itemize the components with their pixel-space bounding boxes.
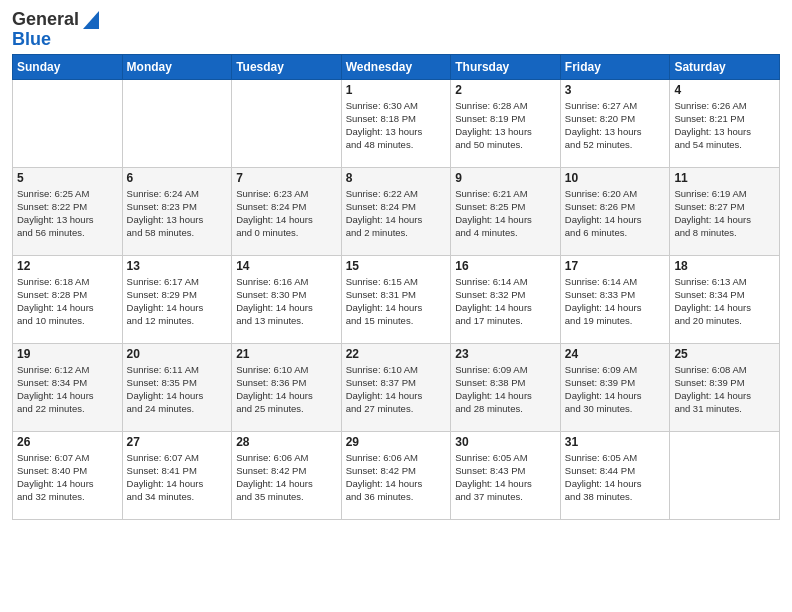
calendar-cell: 16Sunrise: 6:14 AM Sunset: 8:32 PM Dayli… <box>451 255 561 343</box>
header: General Blue <box>12 10 780 50</box>
day-number: 11 <box>674 171 775 185</box>
week-row-1: 1Sunrise: 6:30 AM Sunset: 8:18 PM Daylig… <box>13 79 780 167</box>
calendar-cell: 26Sunrise: 6:07 AM Sunset: 8:40 PM Dayli… <box>13 431 123 519</box>
day-header-thursday: Thursday <box>451 54 561 79</box>
logo-text-blue: Blue <box>12 29 51 49</box>
calendar-cell: 1Sunrise: 6:30 AM Sunset: 8:18 PM Daylig… <box>341 79 451 167</box>
day-info: Sunrise: 6:25 AM Sunset: 8:22 PM Dayligh… <box>17 187 118 240</box>
calendar-cell: 4Sunrise: 6:26 AM Sunset: 8:21 PM Daylig… <box>670 79 780 167</box>
day-info: Sunrise: 6:07 AM Sunset: 8:41 PM Dayligh… <box>127 451 228 504</box>
calendar-cell <box>670 431 780 519</box>
day-info: Sunrise: 6:13 AM Sunset: 8:34 PM Dayligh… <box>674 275 775 328</box>
day-number: 3 <box>565 83 666 97</box>
day-number: 2 <box>455 83 556 97</box>
day-number: 19 <box>17 347 118 361</box>
day-info: Sunrise: 6:11 AM Sunset: 8:35 PM Dayligh… <box>127 363 228 416</box>
day-info: Sunrise: 6:26 AM Sunset: 8:21 PM Dayligh… <box>674 99 775 152</box>
day-number: 26 <box>17 435 118 449</box>
day-number: 24 <box>565 347 666 361</box>
day-number: 25 <box>674 347 775 361</box>
calendar-cell: 20Sunrise: 6:11 AM Sunset: 8:35 PM Dayli… <box>122 343 232 431</box>
day-header-wednesday: Wednesday <box>341 54 451 79</box>
day-info: Sunrise: 6:06 AM Sunset: 8:42 PM Dayligh… <box>236 451 337 504</box>
day-info: Sunrise: 6:22 AM Sunset: 8:24 PM Dayligh… <box>346 187 447 240</box>
calendar-cell: 7Sunrise: 6:23 AM Sunset: 8:24 PM Daylig… <box>232 167 342 255</box>
day-number: 23 <box>455 347 556 361</box>
day-header-saturday: Saturday <box>670 54 780 79</box>
week-row-2: 5Sunrise: 6:25 AM Sunset: 8:22 PM Daylig… <box>13 167 780 255</box>
day-number: 7 <box>236 171 337 185</box>
day-info: Sunrise: 6:17 AM Sunset: 8:29 PM Dayligh… <box>127 275 228 328</box>
days-header-row: SundayMondayTuesdayWednesdayThursdayFrid… <box>13 54 780 79</box>
day-number: 4 <box>674 83 775 97</box>
day-number: 22 <box>346 347 447 361</box>
day-number: 17 <box>565 259 666 273</box>
day-info: Sunrise: 6:30 AM Sunset: 8:18 PM Dayligh… <box>346 99 447 152</box>
day-number: 29 <box>346 435 447 449</box>
day-number: 20 <box>127 347 228 361</box>
logo-text-general: General <box>12 10 79 30</box>
day-info: Sunrise: 6:18 AM Sunset: 8:28 PM Dayligh… <box>17 275 118 328</box>
week-row-5: 26Sunrise: 6:07 AM Sunset: 8:40 PM Dayli… <box>13 431 780 519</box>
day-header-friday: Friday <box>560 54 670 79</box>
day-number: 8 <box>346 171 447 185</box>
day-number: 15 <box>346 259 447 273</box>
calendar-cell: 28Sunrise: 6:06 AM Sunset: 8:42 PM Dayli… <box>232 431 342 519</box>
calendar-cell: 12Sunrise: 6:18 AM Sunset: 8:28 PM Dayli… <box>13 255 123 343</box>
day-number: 13 <box>127 259 228 273</box>
day-info: Sunrise: 6:09 AM Sunset: 8:39 PM Dayligh… <box>565 363 666 416</box>
day-info: Sunrise: 6:15 AM Sunset: 8:31 PM Dayligh… <box>346 275 447 328</box>
calendar-cell <box>13 79 123 167</box>
day-info: Sunrise: 6:23 AM Sunset: 8:24 PM Dayligh… <box>236 187 337 240</box>
day-info: Sunrise: 6:19 AM Sunset: 8:27 PM Dayligh… <box>674 187 775 240</box>
day-header-tuesday: Tuesday <box>232 54 342 79</box>
day-info: Sunrise: 6:21 AM Sunset: 8:25 PM Dayligh… <box>455 187 556 240</box>
calendar-table: SundayMondayTuesdayWednesdayThursdayFrid… <box>12 54 780 520</box>
calendar-cell: 5Sunrise: 6:25 AM Sunset: 8:22 PM Daylig… <box>13 167 123 255</box>
calendar-cell: 17Sunrise: 6:14 AM Sunset: 8:33 PM Dayli… <box>560 255 670 343</box>
calendar-cell: 21Sunrise: 6:10 AM Sunset: 8:36 PM Dayli… <box>232 343 342 431</box>
day-info: Sunrise: 6:05 AM Sunset: 8:43 PM Dayligh… <box>455 451 556 504</box>
week-row-3: 12Sunrise: 6:18 AM Sunset: 8:28 PM Dayli… <box>13 255 780 343</box>
calendar-cell: 25Sunrise: 6:08 AM Sunset: 8:39 PM Dayli… <box>670 343 780 431</box>
calendar-cell: 30Sunrise: 6:05 AM Sunset: 8:43 PM Dayli… <box>451 431 561 519</box>
day-number: 1 <box>346 83 447 97</box>
day-header-monday: Monday <box>122 54 232 79</box>
logo-arrow-icon <box>79 11 99 29</box>
day-header-sunday: Sunday <box>13 54 123 79</box>
day-number: 5 <box>17 171 118 185</box>
day-number: 10 <box>565 171 666 185</box>
calendar-cell: 2Sunrise: 6:28 AM Sunset: 8:19 PM Daylig… <box>451 79 561 167</box>
calendar-cell: 6Sunrise: 6:24 AM Sunset: 8:23 PM Daylig… <box>122 167 232 255</box>
day-number: 21 <box>236 347 337 361</box>
calendar-cell: 31Sunrise: 6:05 AM Sunset: 8:44 PM Dayli… <box>560 431 670 519</box>
day-info: Sunrise: 6:05 AM Sunset: 8:44 PM Dayligh… <box>565 451 666 504</box>
day-number: 28 <box>236 435 337 449</box>
calendar-cell: 13Sunrise: 6:17 AM Sunset: 8:29 PM Dayli… <box>122 255 232 343</box>
calendar-cell: 23Sunrise: 6:09 AM Sunset: 8:38 PM Dayli… <box>451 343 561 431</box>
day-info: Sunrise: 6:08 AM Sunset: 8:39 PM Dayligh… <box>674 363 775 416</box>
day-info: Sunrise: 6:06 AM Sunset: 8:42 PM Dayligh… <box>346 451 447 504</box>
day-number: 18 <box>674 259 775 273</box>
day-number: 12 <box>17 259 118 273</box>
day-info: Sunrise: 6:10 AM Sunset: 8:37 PM Dayligh… <box>346 363 447 416</box>
day-info: Sunrise: 6:07 AM Sunset: 8:40 PM Dayligh… <box>17 451 118 504</box>
day-info: Sunrise: 6:12 AM Sunset: 8:34 PM Dayligh… <box>17 363 118 416</box>
svg-marker-0 <box>83 11 99 29</box>
calendar-cell <box>122 79 232 167</box>
day-info: Sunrise: 6:20 AM Sunset: 8:26 PM Dayligh… <box>565 187 666 240</box>
calendar-cell: 11Sunrise: 6:19 AM Sunset: 8:27 PM Dayli… <box>670 167 780 255</box>
calendar-cell: 24Sunrise: 6:09 AM Sunset: 8:39 PM Dayli… <box>560 343 670 431</box>
calendar-cell: 15Sunrise: 6:15 AM Sunset: 8:31 PM Dayli… <box>341 255 451 343</box>
calendar-cell: 19Sunrise: 6:12 AM Sunset: 8:34 PM Dayli… <box>13 343 123 431</box>
day-number: 16 <box>455 259 556 273</box>
day-number: 9 <box>455 171 556 185</box>
calendar-cell: 14Sunrise: 6:16 AM Sunset: 8:30 PM Dayli… <box>232 255 342 343</box>
logo: General Blue <box>12 10 99 50</box>
calendar-cell: 22Sunrise: 6:10 AM Sunset: 8:37 PM Dayli… <box>341 343 451 431</box>
calendar-cell <box>232 79 342 167</box>
calendar-cell: 29Sunrise: 6:06 AM Sunset: 8:42 PM Dayli… <box>341 431 451 519</box>
calendar-cell: 3Sunrise: 6:27 AM Sunset: 8:20 PM Daylig… <box>560 79 670 167</box>
day-number: 6 <box>127 171 228 185</box>
day-number: 31 <box>565 435 666 449</box>
